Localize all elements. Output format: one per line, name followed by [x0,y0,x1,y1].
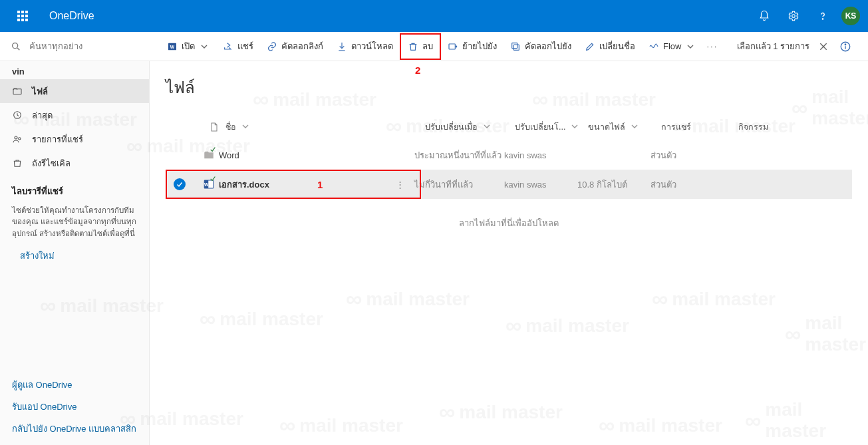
svg-point-16 [15,136,17,139]
search-icon [11,41,21,52]
main: vin ไฟล์ ล่าสุด รายการที่แชร์ ถังรีไซเคิ… [0,61,868,445]
sidebar-create-link[interactable]: สร้างใหม่ [0,242,149,269]
search-box[interactable] [0,32,150,61]
app-launcher[interactable] [8,0,37,32]
sidebar-item-label: ถังรีไซเคิล [32,156,71,170]
sidebar-section-desc: ไซต์ช่วยให้คุณทำงานโครงการกับทีมของคุณ แ… [0,202,149,242]
table-header: ชื่อ ปรับเปลี่ยนเมื่อ ปรับเปลี่ยนโ... ขน… [166,114,852,140]
col-header-modified[interactable]: ปรับเปลี่ยนเมื่อ [425,120,515,134]
chevron-down-icon [685,41,696,52]
new-indicator-icon [210,146,216,152]
delete-button[interactable]: ลบ [400,33,441,60]
row-modifiedby: kavin swas [504,180,577,190]
flow-icon [649,41,659,52]
clear-selection-button[interactable] [817,41,829,53]
sidebar-item-files[interactable]: ไฟล์ [0,79,149,103]
chevron-down-icon [240,121,251,132]
help-icon[interactable] [808,0,837,32]
chevron-down-icon [569,121,580,132]
sidebar-item-recent[interactable]: ล่าสุด [0,103,149,127]
delete-label: ลบ [422,39,433,53]
dropzone-hint: ลากไฟล์มาที่นี่เพื่ออัปโหลด [166,216,852,230]
details-pane-button[interactable] [837,39,853,55]
copylink-label: คัดลอกลิงก์ [281,39,323,53]
col-header-size[interactable]: ขนาดไฟล์ [588,120,661,134]
table-row[interactable]: Word ประมาณหนึ่งนาทีที่แล้ว kavin swas ส… [166,140,852,170]
move-icon [448,41,458,52]
open-label: เปิด [182,39,195,53]
recycle-icon [12,158,23,168]
sub-header: W เปิด แชร์ คัดลอกลิงก์ ดาวน์โหลด ลบ ย้า… [0,32,868,61]
col-header-name[interactable]: ชื่อ [225,120,425,134]
svg-rect-7 [513,45,519,50]
notifications-icon[interactable] [750,0,779,32]
row-checkbox[interactable] [174,178,186,190]
row-name: Word [219,150,239,160]
sidebar-foot-getapp[interactable]: รับแอป OneDrive [0,396,149,418]
close-icon [818,41,829,52]
row-modified: ประมาณหนึ่งนาทีที่แล้ว [414,148,504,162]
search-input[interactable] [29,41,136,51]
rename-button[interactable]: เปลี่ยนชื่อ [578,32,642,61]
copylink-button[interactable]: คัดลอกลิงก์ [260,32,330,61]
avatar[interactable]: KS [841,7,860,25]
row-name: เอกสาร.docx [219,178,269,192]
svg-rect-6 [449,44,455,49]
svg-text:W: W [204,182,209,187]
word-icon: W [167,41,178,52]
svg-rect-8 [512,43,517,48]
table-row[interactable]: W เอกสาร.docx 1 ⋮ ไม่กี่วินาทีที่แล้ว ka… [166,170,852,199]
flow-button[interactable]: Flow [642,32,702,61]
sidebar-item-recycle[interactable]: ถังรีไซเคิล [0,151,149,175]
brand-title: OneDrive [49,10,94,22]
settings-icon[interactable] [779,0,808,32]
sidebar-section-title: ไลบรารีที่แชร์ [0,175,149,202]
download-label: ดาวน์โหลด [351,39,393,53]
link-icon [267,41,277,52]
chevron-down-icon [199,41,210,52]
row-size: 10.8 กิโลไบต์ [577,178,651,192]
row-modified: ไม่กี่วินาทีที่แล้ว [414,178,504,192]
share-label: แชร์ [237,39,253,53]
sidebar-foot-classic[interactable]: กลับไปยัง OneDrive แบบคลาสสิก [0,418,149,445]
col-header-shared[interactable]: การแชร์ [661,120,738,134]
sidebar-item-shared[interactable]: รายการที่แชร์ [0,127,149,151]
chevron-down-icon [629,121,640,132]
chevron-down-icon [482,121,492,132]
col-header-modifiedby[interactable]: ปรับเปลี่ยนโ... [515,120,588,134]
copy-icon [510,41,521,52]
move-button[interactable]: ย้ายไปยัง [441,32,504,61]
share-button[interactable]: แชร์ [216,32,260,61]
sidebar-item-label: ล่าสุด [32,108,53,122]
row-more-button[interactable]: ⋮ [392,180,408,190]
page-title: ไฟล์ [166,74,852,100]
download-button[interactable]: ดาวน์โหลด [330,32,400,61]
pencil-icon [585,41,595,52]
sidebar: vin ไฟล์ ล่าสุด รายการที่แชร์ ถังรีไซเคิ… [0,61,150,445]
rename-label: เปลี่ยนชื่อ [599,39,635,53]
download-icon [337,41,347,52]
svg-point-13 [845,44,846,45]
content: ไฟล์ ชื่อ ปรับเปลี่ยนเมื่อ ปรับเปลี่ยนโ.… [150,61,868,445]
col-header-activity[interactable]: กิจกรรม [738,120,805,134]
move-label: ย้ายไปยัง [462,39,497,53]
new-indicator-icon [210,175,216,182]
sidebar-foot-admin[interactable]: ผู้ดูแล OneDrive [0,374,149,396]
people-icon [12,134,23,144]
row-checkbox[interactable] [174,149,186,161]
more-button[interactable]: ··· [702,41,722,51]
open-button[interactable]: W เปิด [160,32,216,61]
svg-point-1 [822,19,823,19]
svg-line-3 [17,48,19,50]
sidebar-item-label: รายการที่แชร์ [32,132,83,146]
copyto-button[interactable]: คัดลอกไปยัง [504,32,578,61]
copyto-label: คัดลอกไปยัง [525,39,571,53]
trash-icon [408,41,418,52]
folder-icon [12,86,23,96]
row-shared: ส่วนตัว [651,178,728,192]
annotation-1: 1 [317,179,323,190]
svg-text:W: W [170,44,175,49]
file-icon [209,122,219,132]
flow-label: Flow [663,41,681,51]
row-shared: ส่วนตัว [651,148,728,162]
